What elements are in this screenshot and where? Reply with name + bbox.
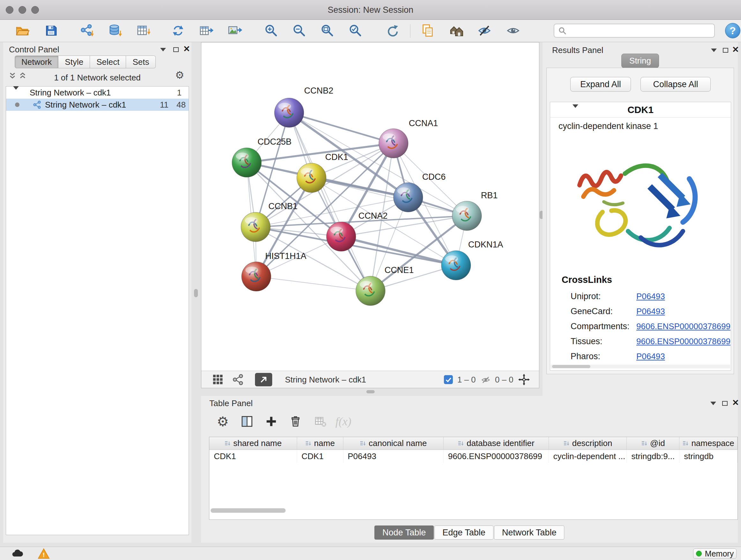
- network-node-RB1[interactable]: RB1: [452, 191, 498, 231]
- network-view: CCNB2CCNA1CDC25BCDK1CDC6RB1CCNB1CCNA2CDK…: [201, 42, 539, 388]
- network-edge-CCNB2-CCNA1[interactable]: [289, 113, 394, 143]
- window-zoom-button[interactable]: [31, 6, 39, 14]
- table-cell[interactable]: 9606.ENSP00000378699: [444, 450, 549, 462]
- column-header-shared-name[interactable]: shared name: [209, 437, 297, 450]
- table-scrollbar-thumb[interactable]: [211, 508, 286, 513]
- delete-column-trash-icon[interactable]: [286, 413, 305, 430]
- search-box[interactable]: [554, 23, 715, 38]
- close-panel-icon[interactable]: ✕: [731, 45, 740, 54]
- birds-eye-navigator-icon[interactable]: [518, 374, 530, 387]
- collapse-panel-icon[interactable]: [709, 399, 718, 408]
- genecard-link[interactable]: P06493: [636, 304, 665, 318]
- refresh-view-icon[interactable]: [384, 23, 400, 38]
- network-edge-CCNB2-CCNE1[interactable]: [289, 113, 370, 291]
- string-results-tab[interactable]: String: [621, 54, 659, 68]
- delete-table-icon[interactable]: [312, 413, 329, 430]
- column-header--id[interactable]: @id: [627, 437, 679, 450]
- column-header-description[interactable]: description: [549, 437, 627, 450]
- save-session-icon[interactable]: [44, 23, 59, 38]
- left-splitter-handle[interactable]: [194, 289, 198, 297]
- network-node-CCNB1[interactable]: CCNB1: [241, 201, 298, 242]
- horizontal-splitter-handle[interactable]: [366, 390, 375, 393]
- uniprot-link[interactable]: P06493: [636, 289, 665, 303]
- table-cell[interactable]: stringdb: [679, 450, 738, 462]
- network-canvas[interactable]: CCNB2CCNA1CDC25BCDK1CDC6RB1CCNB1CCNA2CDK…: [201, 43, 539, 371]
- column-header-namespace[interactable]: namespace: [679, 437, 738, 450]
- column-header-name[interactable]: name: [297, 437, 343, 450]
- network-options-gear-icon[interactable]: ⚙: [176, 71, 184, 79]
- zoom-fit-icon[interactable]: [320, 23, 335, 38]
- network-node-HIST1H1A[interactable]: HIST1H1A: [242, 251, 307, 291]
- table-cell[interactable]: stringdb:9...: [627, 450, 679, 462]
- expand-all-button[interactable]: Expand All: [570, 77, 631, 91]
- zoom-out-icon[interactable]: [292, 23, 307, 38]
- import-network-file-icon[interactable]: [79, 23, 94, 38]
- table-options-gear-icon[interactable]: ⚙: [214, 413, 232, 430]
- hidden-counts: 0 – 0: [495, 371, 514, 388]
- show-columns-icon[interactable]: [238, 413, 256, 430]
- import-network-database-icon[interactable]: [107, 23, 123, 38]
- hidden-items-eye-icon[interactable]: [481, 375, 490, 386]
- zoom-in-icon[interactable]: [264, 23, 279, 38]
- search-input[interactable]: [569, 26, 711, 36]
- column-header-database-identifier[interactable]: database identifier: [444, 437, 549, 450]
- table-tabs: Node Table Edge Table Network Table: [374, 525, 564, 540]
- grid-view-icon[interactable]: [212, 374, 224, 387]
- tab-node-table[interactable]: Node Table: [374, 525, 434, 540]
- network-row[interactable]: String Network – cdk1 11 48: [6, 99, 189, 111]
- pharos-link[interactable]: P06493: [636, 349, 665, 363]
- compartments-link[interactable]: 9606.ENSP00000378699: [636, 319, 731, 333]
- collapse-panel-icon[interactable]: [710, 46, 718, 54]
- collapse-all-button[interactable]: Collapse All: [641, 77, 711, 91]
- memory-button[interactable]: Memory: [693, 549, 737, 559]
- network-collection-row[interactable]: String Network – cdk1 1: [6, 86, 189, 99]
- column-header-canonical-name[interactable]: canonical name: [343, 437, 444, 450]
- table-cell[interactable]: CDK1: [297, 450, 343, 462]
- float-panel-icon[interactable]: [721, 399, 729, 408]
- protein-card-header[interactable]: CDK1: [550, 102, 731, 118]
- tab-edge-table[interactable]: Edge Table: [434, 525, 493, 540]
- card-scrollbar-thumb[interactable]: [552, 365, 590, 368]
- table-cell[interactable]: cyclin-dependent ...: [549, 450, 627, 462]
- documents-icon[interactable]: [420, 23, 435, 38]
- window-minimize-button[interactable]: [18, 6, 26, 14]
- tab-sets[interactable]: Sets: [126, 56, 156, 68]
- tab-select[interactable]: Select: [90, 56, 126, 68]
- export-table-icon[interactable]: [199, 23, 214, 38]
- tissues-link[interactable]: 9606.ENSP00000378699: [636, 334, 731, 348]
- selected-items-checkbox-icon[interactable]: [444, 375, 453, 384]
- home-icon[interactable]: [449, 23, 464, 38]
- function-builder-icon[interactable]: f(x): [334, 413, 352, 430]
- float-panel-icon[interactable]: [721, 46, 730, 54]
- warning-icon[interactable]: !: [38, 548, 50, 560]
- close-panel-icon[interactable]: ✕: [731, 398, 740, 407]
- tab-network[interactable]: Network: [15, 56, 58, 68]
- window-close-button[interactable]: [6, 6, 13, 14]
- network-overview-icon[interactable]: [232, 374, 244, 387]
- toggle-visibility-icon[interactable]: [477, 23, 492, 38]
- open-session-icon[interactable]: [15, 23, 30, 38]
- open-in-new-window-button[interactable]: [255, 373, 272, 386]
- add-column-icon[interactable]: [262, 413, 280, 430]
- show-graphics-details-icon[interactable]: [506, 23, 521, 38]
- close-panel-icon[interactable]: ✕: [183, 45, 191, 53]
- tab-style[interactable]: Style: [58, 56, 90, 68]
- export-network-icon[interactable]: [171, 23, 186, 38]
- cloud-status-icon[interactable]: [11, 548, 23, 560]
- collapse-section-icon[interactable]: [572, 108, 578, 114]
- table-cell[interactable]: CDK1: [209, 450, 297, 462]
- help-button[interactable]: ?: [725, 23, 740, 38]
- table-cell[interactable]: P06493: [343, 450, 444, 462]
- tab-network-table[interactable]: Network Table: [494, 525, 564, 540]
- network-node-CDKN1A[interactable]: CDKN1A: [441, 240, 503, 280]
- network-node-CCNA1[interactable]: CCNA1: [379, 118, 438, 158]
- zoom-selected-icon[interactable]: [348, 23, 363, 38]
- import-table-icon[interactable]: [136, 23, 151, 38]
- export-image-icon[interactable]: [227, 23, 243, 38]
- collapse-panel-icon[interactable]: [159, 45, 167, 54]
- float-panel-icon[interactable]: [172, 45, 180, 54]
- table-row[interactable]: CDK1CDK1P064939606.ENSP00000378699cyclin…: [209, 450, 738, 462]
- network-edge-HIST1H1A-CCNE1[interactable]: [256, 276, 370, 291]
- network-node-CCNE1[interactable]: CCNE1: [356, 265, 414, 306]
- collection-expand-icon[interactable]: [13, 90, 19, 100]
